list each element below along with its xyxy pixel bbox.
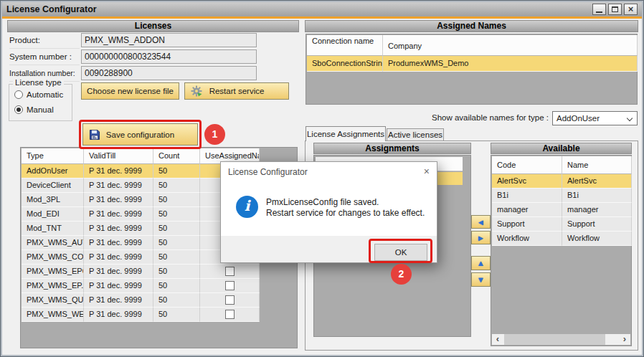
table-row[interactable]: SboConnectionString ProdumexWMS_Demo bbox=[307, 56, 638, 72]
connection-table: Connection name Company SboConnectionStr… bbox=[307, 35, 638, 72]
license-type-groupbox: License type Automatic Manual bbox=[9, 84, 72, 121]
maximize-icon bbox=[612, 6, 618, 12]
radio-manual[interactable]: Manual bbox=[14, 105, 54, 114]
license-type-label: License type bbox=[13, 78, 64, 87]
close-icon: × bbox=[628, 5, 634, 14]
installation-number-field[interactable]: 0090288900 bbox=[81, 66, 257, 80]
annotation-highlight-save bbox=[79, 120, 202, 149]
accent-line bbox=[2, 16, 642, 19]
radio-automatic-icon bbox=[14, 90, 23, 99]
restart-service-button[interactable]: Restart service bbox=[184, 82, 289, 100]
table-row[interactable]: PMX_WMS_EP... P 31 dec. 9999 50 bbox=[22, 279, 260, 293]
table-row[interactable]: B1i B1i bbox=[492, 189, 632, 203]
move-up-button[interactable]: ▲ bbox=[471, 256, 491, 270]
use-assigned-name-checkbox[interactable] bbox=[225, 267, 235, 276]
table-row[interactable]: Support Support bbox=[492, 217, 632, 232]
assigned-names-panel-header: Assigned Names bbox=[305, 20, 638, 32]
available-table-header: Code Name bbox=[492, 156, 632, 174]
info-icon: i bbox=[236, 196, 258, 218]
use-assigned-name-checkbox[interactable] bbox=[225, 295, 235, 305]
table-row[interactable]: AlertSvc AlertSvc bbox=[492, 174, 632, 189]
use-assigned-name-checkbox[interactable] bbox=[225, 281, 235, 290]
annotation-step-2: 2 bbox=[391, 264, 412, 285]
filter-label: Show available names for type : bbox=[423, 113, 549, 122]
arrow-left-icon: ◄ bbox=[477, 218, 485, 227]
arrow-up-icon: ▲ bbox=[477, 259, 485, 267]
system-number-label: System number : bbox=[9, 50, 80, 65]
radio-manual-icon bbox=[14, 105, 23, 114]
use-assigned-name-checkbox[interactable] bbox=[225, 310, 235, 319]
window-title: License Configurator bbox=[6, 4, 97, 14]
available-panel-header: Available bbox=[491, 143, 632, 154]
annotation-highlight-ok bbox=[369, 239, 432, 263]
table-row[interactable]: PMX_WMS_WEI... P 31 dec. 9999 50 bbox=[22, 308, 260, 322]
minimize-icon bbox=[596, 6, 602, 13]
move-right-button[interactable]: ► bbox=[471, 231, 491, 244]
connection-table-header: Connection name Company bbox=[307, 35, 638, 56]
available-table: Code Name AlertSvc AlertSvc B1i B1i mana… bbox=[492, 156, 632, 246]
table-row[interactable]: Workflow Workflow bbox=[492, 232, 632, 246]
names-type-combobox[interactable]: AddOnUser bbox=[552, 111, 638, 125]
dialog-title: License Configurator bbox=[228, 167, 308, 177]
available-grid-backing: Code Name AlertSvc AlertSvc B1i B1i mana… bbox=[491, 155, 632, 346]
scrollbar-thumb[interactable] bbox=[504, 334, 605, 345]
product-label: Product: bbox=[9, 34, 80, 49]
dialog-close-icon[interactable]: × bbox=[424, 166, 430, 177]
connection-grid-backing: Connection name Company SboConnectionStr… bbox=[306, 34, 638, 105]
minimize-button[interactable] bbox=[592, 4, 606, 15]
choose-new-license-file-button[interactable]: Choose new license file bbox=[81, 82, 179, 100]
table-row[interactable]: manager manager bbox=[492, 203, 632, 217]
dialog-message: PmxLicenseConfig file saved. Restart ser… bbox=[266, 197, 425, 219]
scroll-left-icon[interactable]: ‹ bbox=[492, 334, 503, 345]
licenses-panel-header: Licenses bbox=[7, 20, 299, 32]
tab-active-licenses[interactable]: Active licenses bbox=[387, 128, 444, 141]
maximize-button[interactable] bbox=[608, 4, 622, 15]
assignments-panel-header: Assignments bbox=[313, 143, 471, 154]
annotation-step-1: 1 bbox=[204, 124, 225, 145]
table-row[interactable]: PMX_WMS_EPOD P 31 dec. 9999 50 bbox=[22, 265, 260, 279]
table-row[interactable]: PMX_WMS_QU... P 31 dec. 9999 50 bbox=[22, 293, 260, 308]
chevron-down-icon bbox=[627, 115, 633, 121]
close-button[interactable]: × bbox=[624, 4, 638, 15]
arrow-down-icon: ▼ bbox=[477, 275, 485, 284]
scroll-right-icon[interactable]: › bbox=[619, 334, 630, 345]
tab-license-assignments[interactable]: License Assignments bbox=[306, 126, 386, 141]
move-down-button[interactable]: ▼ bbox=[471, 272, 491, 287]
arrow-right-icon: ► bbox=[477, 234, 485, 242]
move-left-button[interactable]: ◄ bbox=[471, 215, 491, 229]
gear-icon bbox=[191, 85, 202, 97]
system-number-field[interactable]: 000000000800323544 bbox=[81, 49, 257, 64]
title-bar[interactable]: License Configurator × bbox=[2, 2, 642, 16]
radio-automatic[interactable]: Automatic bbox=[14, 90, 63, 99]
product-field[interactable]: PMX_WMS_ADDON bbox=[81, 33, 257, 47]
license-configurator-window: License Configurator × Licenses Product:… bbox=[0, 0, 644, 357]
horizontal-scrollbar[interactable]: ‹ › bbox=[492, 334, 630, 345]
